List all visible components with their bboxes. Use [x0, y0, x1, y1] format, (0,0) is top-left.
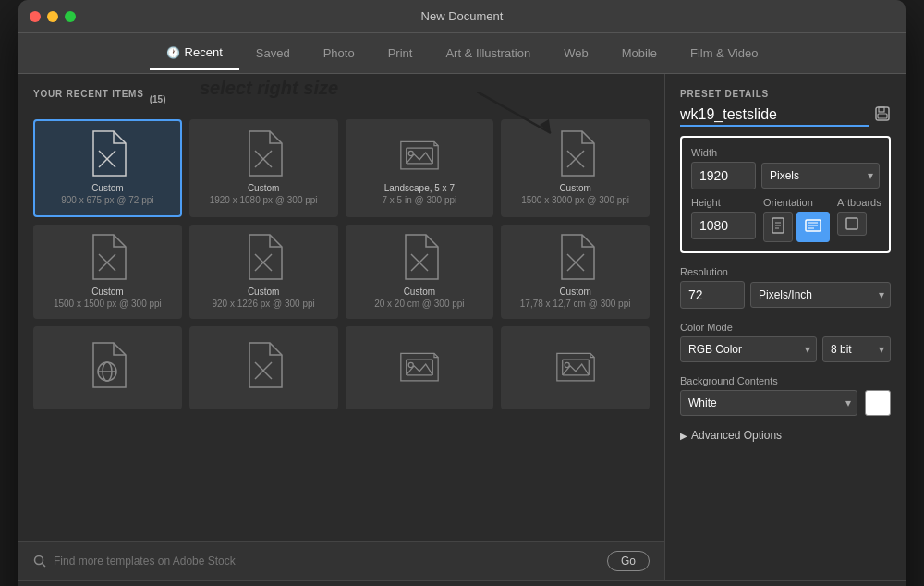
bg-contents-row: White Black Transparent Background Color: [680, 390, 891, 416]
clock-icon: 🕐: [166, 46, 180, 59]
bg-contents-select[interactable]: White Black Transparent Background Color: [680, 390, 857, 416]
height-group: Height: [691, 197, 756, 239]
grid-item-11[interactable]: [346, 326, 494, 409]
resolution-section: Resolution Pixels/Inch Pixels/cm: [680, 266, 891, 309]
color-mode-section: Color Mode RGB Color CMYK Color Grayscal…: [680, 322, 891, 362]
svg-point-26: [565, 362, 569, 367]
resolution-label: Resolution: [680, 266, 891, 277]
preset-name-row: [680, 104, 891, 127]
width-input[interactable]: [691, 162, 756, 189]
dimensions-box: Width Pixels Inches cm: [680, 136, 891, 253]
svg-line-28: [43, 564, 46, 568]
grid-item-4[interactable]: Custom1500 x 3000 px @ 300 ppi: [501, 119, 650, 217]
search-input[interactable]: [54, 555, 598, 568]
tab-saved-label: Saved: [256, 46, 290, 60]
width-unit-select[interactable]: Pixels Inches cm: [761, 163, 880, 189]
grid-item-4-label: Custom1500 x 3000 px @ 300 ppi: [521, 182, 629, 206]
artboards-label: Artboards: [837, 197, 881, 208]
grid-item-5[interactable]: Custom1500 x 1500 px @ 300 ppi: [33, 225, 182, 319]
grid-row-3: [33, 326, 650, 409]
advanced-options-label: Advanced Options: [691, 429, 782, 442]
grid-item-12[interactable]: [501, 326, 650, 409]
tab-film-label: Film & Video: [690, 46, 758, 60]
advanced-options-row[interactable]: ▶ Advanced Options: [680, 429, 891, 442]
tab-mobile[interactable]: Mobile: [605, 37, 674, 69]
close-traffic-light[interactable]: [30, 11, 41, 22]
color-mode-select[interactable]: RGB Color CMYK Color Grayscale: [680, 336, 817, 362]
grids-container: Custom900 x 675 px @ 72 ppi: [33, 119, 650, 541]
bottom-buttons: Close Create: [18, 580, 906, 586]
height-label: Height: [691, 197, 756, 208]
content-area: YOUR RECENT ITEMS (15) select right size: [18, 74, 906, 580]
tab-mobile-label: Mobile: [622, 46, 657, 60]
width-row: Pixels Inches cm: [691, 162, 880, 189]
minimize-traffic-light[interactable]: [47, 11, 58, 22]
grid-item-3-label: Landscape, 5 x 77 x 5 in @ 300 ppi: [382, 182, 456, 206]
tab-saved[interactable]: Saved: [239, 37, 307, 69]
preset-name-input[interactable]: [680, 104, 869, 127]
grid-row-1: Custom900 x 675 px @ 72 ppi: [33, 119, 650, 217]
grid-item-5-label: Custom1500 x 1500 px @ 300 ppi: [54, 286, 162, 310]
tab-recent[interactable]: 🕐 Recent: [150, 36, 239, 70]
orientation-buttons: [763, 212, 830, 242]
bg-contents-wrapper: White Black Transparent Background Color: [680, 390, 857, 416]
right-panel: PRESET DETAILS Width: [665, 74, 906, 580]
grid-item-1[interactable]: Custom900 x 675 px @ 72 ppi: [33, 119, 182, 217]
preset-section-title: PRESET DETAILS: [680, 89, 891, 99]
maximize-traffic-light[interactable]: [65, 11, 76, 22]
grid-item-6[interactable]: Custom920 x 1226 px @ 300 ppi: [189, 225, 338, 319]
orientation-group: Orientation: [763, 197, 830, 242]
tab-web-label: Web: [564, 46, 589, 60]
save-preset-icon[interactable]: [874, 105, 891, 126]
search-bar: Go: [18, 541, 664, 580]
grid-item-7-label: Custom20 x 20 cm @ 300 ppi: [374, 286, 464, 310]
grid-item-2[interactable]: Custom1920 x 1080 px @ 300 ppi: [189, 119, 338, 217]
search-icon: [33, 555, 46, 568]
bg-color-swatch[interactable]: [865, 390, 891, 416]
color-depth-wrapper: 8 bit 16 bit 32 bit: [822, 336, 891, 362]
grid-item-7[interactable]: Custom20 x 20 cm @ 300 ppi: [346, 225, 494, 319]
traffic-lights: [30, 11, 76, 22]
tab-print[interactable]: Print: [371, 37, 430, 69]
tab-print-label: Print: [388, 46, 413, 60]
window-title: New Document: [421, 9, 504, 23]
bg-contents-label: Background Contents: [680, 375, 891, 386]
height-input[interactable]: [691, 212, 756, 239]
search-input-wrapper: [33, 555, 598, 568]
landscape-button[interactable]: [796, 212, 830, 242]
tab-web[interactable]: Web: [547, 37, 605, 69]
title-bar: New Document: [18, 0, 906, 33]
resolution-unit-select[interactable]: Pixels/Inch Pixels/cm: [750, 282, 891, 308]
tab-photo-label: Photo: [323, 46, 355, 60]
grid-item-3[interactable]: Landscape, 5 x 77 x 5 in @ 300 ppi: [346, 119, 494, 217]
grid-item-6-label: Custom920 x 1226 px @ 300 ppi: [212, 286, 314, 310]
color-mode-wrapper: RGB Color CMYK Color Grayscale: [680, 336, 817, 362]
resolution-input[interactable]: [680, 281, 745, 309]
portrait-button[interactable]: [763, 212, 793, 242]
artboards-button[interactable]: [837, 212, 867, 236]
svg-point-27: [35, 556, 43, 565]
tab-recent-label: Recent: [185, 45, 223, 59]
grid-item-10[interactable]: [189, 326, 338, 409]
grid-row-2: Custom1500 x 1500 px @ 300 ppi: [33, 225, 650, 319]
svg-point-7: [408, 151, 413, 155]
color-mode-label: Color Mode: [680, 322, 891, 333]
grid-item-1-label: Custom900 x 675 px @ 72 ppi: [61, 182, 153, 206]
recent-section-title: YOUR RECENT ITEMS: [33, 89, 144, 99]
grid-item-2-label: Custom1920 x 1080 px @ 300 ppi: [210, 182, 318, 206]
artboards-group: Artboards: [837, 197, 881, 236]
resolution-row: Pixels/Inch Pixels/cm: [680, 281, 891, 309]
chevron-right-icon: ▶: [680, 431, 687, 441]
tab-film[interactable]: Film & Video: [674, 37, 774, 69]
tab-art[interactable]: Art & Illustration: [429, 37, 547, 69]
tab-photo[interactable]: Photo: [307, 37, 371, 69]
resolution-unit-wrapper: Pixels/Inch Pixels/cm: [750, 282, 891, 308]
grid-item-9[interactable]: [33, 326, 182, 409]
background-section: Background Contents White Black Transpar…: [680, 375, 891, 416]
recent-section-count: (15): [150, 94, 166, 104]
tab-art-label: Art & Illustration: [445, 46, 530, 60]
svg-rect-40: [846, 218, 857, 229]
grid-item-8[interactable]: Custom17,78 x 12,7 cm @ 300 ppi: [501, 225, 650, 319]
color-depth-select[interactable]: 8 bit 16 bit 32 bit: [822, 336, 891, 362]
go-button[interactable]: Go: [607, 551, 650, 571]
